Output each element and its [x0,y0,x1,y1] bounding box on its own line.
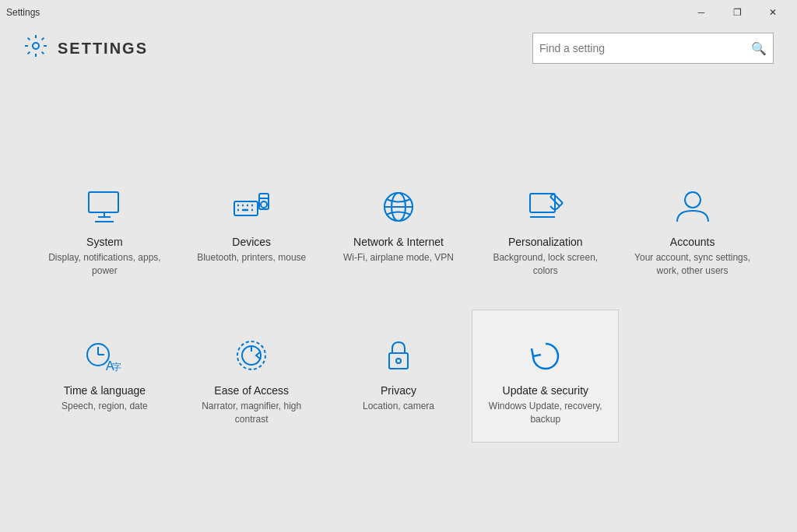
update-desc: Windows Update, recovery, backup [480,400,610,426]
svg-point-14 [261,201,267,208]
time-desc: Speech, region, date [61,400,148,413]
svg-rect-1 [89,192,118,212]
settings-logo-icon [23,33,48,64]
ease-label: Ease of Access [214,384,289,397]
header-left: SETTINGS [23,33,148,64]
settings-item-system[interactable]: System Display, notifications, apps, pow… [31,161,178,294]
minimize-button[interactable]: ─ [683,0,719,25]
accounts-desc: Your account, sync settings, work, other… [627,251,757,278]
accounts-icon [669,185,716,228]
svg-line-25 [556,206,560,209]
top-settings-grid: System Display, notifications, apps, pow… [31,161,766,294]
network-label: Network & Internet [353,236,444,248]
bottom-settings-grid: A 字 Time & language Speech, region, date… [31,310,766,443]
ease-icon [228,334,275,376]
search-icon: 🔍 [751,41,767,56]
svg-text:字: 字 [112,362,121,373]
update-icon [522,334,569,376]
devices-desc: Bluetooth, printers, mouse [197,251,306,264]
accounts-label: Accounts [670,236,715,248]
empty-cell [619,310,766,443]
settings-item-privacy[interactable]: Privacy Location, camera [325,310,472,443]
privacy-desc: Location, camera [363,400,434,413]
personalization-icon [522,185,569,228]
personalization-desc: Background, lock screen, colors [480,251,610,278]
settings-item-ease[interactable]: Ease of Access Narrator, magnifier, high… [178,310,325,443]
devices-label: Devices [232,236,271,248]
settings-item-personalization[interactable]: Personalization Background, lock screen,… [472,161,619,294]
maximize-button[interactable]: ❐ [719,0,755,25]
search-input[interactable] [539,42,751,54]
titlebar-controls: ─ ❐ ✕ [683,0,791,25]
privacy-icon [375,334,422,376]
personalization-label: Personalization [508,236,583,248]
settings-item-network[interactable]: Network & Internet Wi-Fi, airplane mode,… [325,161,472,294]
update-label: Update & security [503,384,589,397]
search-box: 🔍 [532,33,774,64]
system-desc: Display, notifications, apps, power [40,251,170,278]
privacy-label: Privacy [381,384,416,397]
titlebar-title: Settings [6,7,40,18]
svg-line-24 [560,203,563,206]
svg-point-28 [685,192,700,208]
devices-icon [228,185,275,228]
settings-item-update[interactable]: Update & security Windows Update, recove… [472,310,619,443]
close-button[interactable]: ✕ [755,0,791,25]
header-title: SETTINGS [58,40,148,58]
svg-line-27 [550,206,553,209]
svg-rect-5 [234,201,258,215]
network-icon [375,185,422,228]
svg-point-0 [33,43,39,49]
system-icon [81,185,128,228]
titlebar: Settings ─ ❐ ✕ [0,0,797,25]
settings-item-devices[interactable]: Devices Bluetooth, printers, mouse [178,161,325,294]
settings-item-accounts[interactable]: Accounts Your account, sync settings, wo… [619,161,766,294]
network-desc: Wi-Fi, airplane mode, VPN [343,251,454,264]
system-label: System [86,236,123,248]
main-content: System Display, notifications, apps, pow… [0,72,797,532]
header: SETTINGS 🔍 [0,25,797,72]
settings-item-time[interactable]: A 字 Time & language Speech, region, date [31,310,178,443]
svg-point-38 [396,359,401,363]
ease-desc: Narrator, magnifier, high contrast [187,400,317,426]
svg-rect-37 [389,353,408,369]
time-label: Time & language [64,384,146,397]
time-icon: A 字 [81,334,128,376]
